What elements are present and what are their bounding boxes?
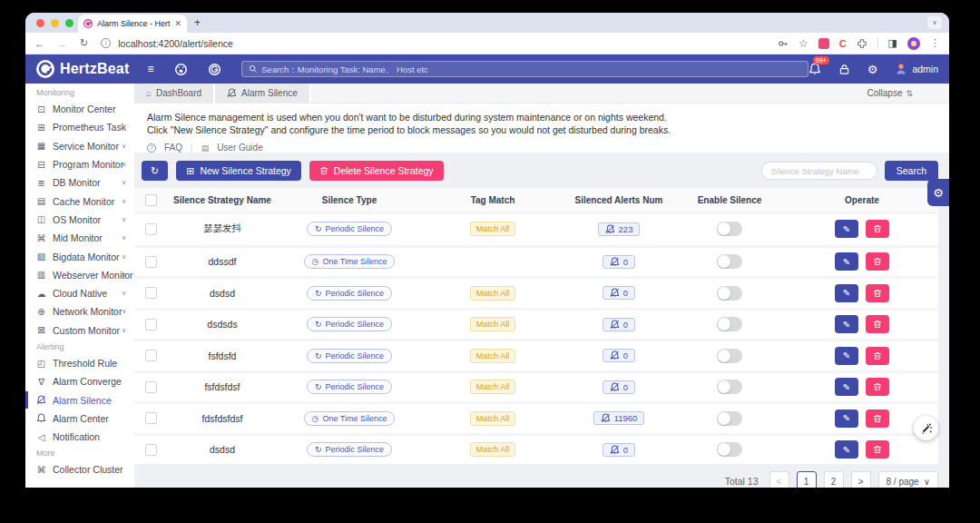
enable-silence-toggle[interactable] xyxy=(717,222,742,236)
search-button[interactable]: Search xyxy=(885,161,938,181)
pagination-prev-button[interactable]: < xyxy=(769,471,789,488)
sidebar-item-collector-cluster[interactable]: ⌘Collector Cluster xyxy=(25,460,134,479)
bookmark-star-icon[interactable]: ☆ xyxy=(799,37,808,50)
menu-fold-icon[interactable]: ≡ xyxy=(148,63,154,75)
sidebar-item-mid-monitor[interactable]: ⌘Mid Monitor∨ xyxy=(25,229,134,247)
enable-silence-toggle[interactable] xyxy=(717,442,742,457)
row-checkbox[interactable] xyxy=(145,412,157,424)
lock-icon[interactable] xyxy=(838,64,850,75)
user-menu[interactable]: admin xyxy=(895,63,938,75)
enable-silence-toggle[interactable] xyxy=(717,317,742,331)
side-panel-icon[interactable]: ◨ xyxy=(888,37,897,49)
tab-overflow-chevron-icon[interactable]: ∨ xyxy=(927,16,942,29)
delete-button[interactable] xyxy=(866,284,889,302)
maximize-window-icon[interactable] xyxy=(65,19,74,27)
delete-button[interactable] xyxy=(866,378,889,396)
extension-pink-icon[interactable] xyxy=(818,38,829,49)
collapse-toggle[interactable]: Collapse ⇅ xyxy=(867,88,913,98)
delete-button[interactable] xyxy=(866,315,889,333)
edit-button[interactable]: ✎ xyxy=(835,315,858,333)
site-info-icon[interactable]: i xyxy=(101,38,111,48)
edit-button[interactable]: ✎ xyxy=(835,410,858,428)
sidebar-item-monitor-center[interactable]: ⊡Monitor Center xyxy=(25,100,134,118)
enable-silence-toggle[interactable] xyxy=(717,254,742,269)
sidebar-item-alarm-converge[interactable]: ∇Alarm Converge xyxy=(25,372,134,390)
notifications-button[interactable]: 99+ xyxy=(808,63,821,75)
faq-link[interactable]: FAQ xyxy=(164,143,182,153)
sidebar-item-custom-monitor[interactable]: ⊠Custom Monitor∨ xyxy=(25,321,134,340)
sidebar-item-program-monitor[interactable]: ⊟Program Monitor∨ xyxy=(25,155,134,173)
floating-wand-button[interactable] xyxy=(914,416,938,440)
back-icon[interactable]: ← xyxy=(34,38,44,49)
row-checkbox[interactable] xyxy=(145,381,157,393)
sidebar-item-db-monitor[interactable]: ≣DB Monitor∨ xyxy=(25,173,134,192)
refresh-button[interactable]: ↻ xyxy=(142,161,168,181)
row-checkbox[interactable] xyxy=(145,444,157,456)
brand[interactable]: HertzBeat xyxy=(36,60,130,78)
select-all-checkbox[interactable] xyxy=(145,194,157,206)
enable-silence-toggle[interactable] xyxy=(717,286,742,301)
browser-profile-avatar[interactable] xyxy=(907,37,920,50)
sidebar-item-bigdata-monitor[interactable]: ▧Bigdata Monitor∨ xyxy=(25,247,134,265)
sidebar-item-threshold-rule[interactable]: ◰Threshold Rule xyxy=(25,354,134,372)
breadcrumb-tab-alarm-silence[interactable]: Alarm Silence xyxy=(215,84,311,104)
extension-c-icon[interactable]: C xyxy=(839,38,847,49)
settings-gear-icon[interactable]: ⚙ xyxy=(867,63,878,76)
delete-button[interactable] xyxy=(866,220,889,238)
close-window-icon[interactable] xyxy=(36,19,44,27)
password-key-icon[interactable] xyxy=(778,38,789,49)
new-tab-button[interactable]: + xyxy=(194,16,201,29)
page-size-select[interactable]: 8 / page∨ xyxy=(878,471,938,488)
reload-icon[interactable]: ↻ xyxy=(80,37,88,49)
strategy-name-search-input[interactable] xyxy=(761,162,877,180)
edit-button[interactable]: ✎ xyxy=(835,252,858,271)
browser-tab[interactable]: Alarm Silence - HertzBeat ✕ xyxy=(78,15,187,33)
gitee-icon[interactable] xyxy=(208,63,221,76)
delete-button[interactable] xyxy=(866,440,889,459)
sidebar-item-prometheus-task[interactable]: ⊞Prometheus Task xyxy=(25,118,134,136)
user-guide-link[interactable]: User Guide xyxy=(217,143,263,153)
new-silence-strategy-button[interactable]: ⊞ New Silence Strategy xyxy=(176,161,301,181)
edit-button[interactable]: ✎ xyxy=(835,440,858,459)
pagination-page-2[interactable]: 2 xyxy=(824,471,844,488)
row-checkbox[interactable] xyxy=(145,350,157,361)
table-settings-gear-button[interactable]: ⚙ xyxy=(927,179,949,206)
delete-button[interactable] xyxy=(866,347,889,365)
breadcrumb-tab-dashboard[interactable]: ⌂DashBoard xyxy=(134,84,215,104)
enable-silence-toggle[interactable] xyxy=(717,380,742,394)
edit-button[interactable]: ✎ xyxy=(835,378,858,396)
tag-match-cell: Match All xyxy=(421,317,564,331)
row-checkbox[interactable] xyxy=(145,319,157,331)
minimize-window-icon[interactable] xyxy=(51,19,59,27)
delete-silence-strategy-button[interactable]: Delete Silence Strategy xyxy=(309,161,444,181)
edit-button[interactable]: ✎ xyxy=(835,284,858,302)
edit-button[interactable]: ✎ xyxy=(835,220,858,238)
browser-menu-icon[interactable]: ⋮ xyxy=(930,37,940,49)
sidebar-item-alarm-silence[interactable]: Alarm Silence xyxy=(25,390,134,409)
github-icon[interactable] xyxy=(174,63,188,76)
global-search[interactable] xyxy=(241,61,808,77)
global-search-input[interactable] xyxy=(261,64,800,74)
forward-icon[interactable]: → xyxy=(57,38,67,49)
sidebar-item-alarm-center[interactable]: Alarm Center xyxy=(25,410,134,428)
sidebar-item-service-monitor[interactable]: ▦Service Monitor∨ xyxy=(25,137,134,155)
sidebar-item-os-monitor[interactable]: ◫OS Monitor∨ xyxy=(25,211,134,229)
sidebar-item-network-monitor[interactable]: ⊕Network Monitor∨ xyxy=(25,302,134,321)
enable-silence-toggle[interactable] xyxy=(717,411,742,426)
sidebar-item-cache-monitor[interactable]: ▤Cache Monitor∨ xyxy=(25,192,134,210)
row-checkbox[interactable] xyxy=(145,223,157,235)
pagination-page-1[interactable]: 1 xyxy=(797,471,817,488)
url-text[interactable]: localhost:4200/alert/silence xyxy=(118,38,778,49)
extensions-puzzle-icon[interactable] xyxy=(857,38,867,49)
delete-button[interactable] xyxy=(866,252,889,271)
edit-button[interactable]: ✎ xyxy=(835,347,858,365)
enable-silence-toggle[interactable] xyxy=(717,349,742,363)
sidebar-item-webserver-monitor[interactable]: ▥Webserver Monitor∨ xyxy=(25,266,134,284)
pagination-next-button[interactable]: > xyxy=(851,471,871,488)
sidebar-item-notification[interactable]: ◁Notification xyxy=(25,428,134,446)
row-checkbox[interactable] xyxy=(145,287,157,299)
delete-button[interactable] xyxy=(866,410,889,428)
tab-close-icon[interactable]: ✕ xyxy=(174,19,181,28)
row-checkbox[interactable] xyxy=(145,256,157,268)
sidebar-item-cloud-native[interactable]: ☁Cloud Native∨ xyxy=(25,284,134,302)
